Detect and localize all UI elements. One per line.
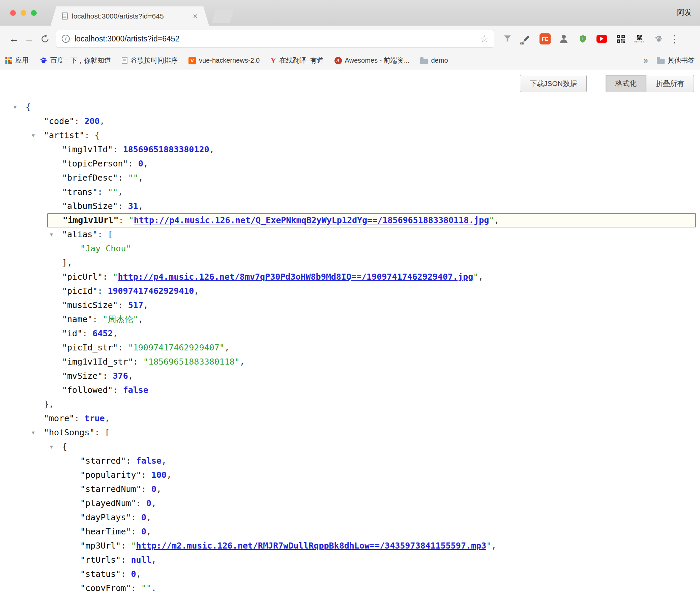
url-text[interactable]: localhost:3000/artists?id=6452	[75, 34, 480, 43]
json-token: 0	[141, 527, 146, 536]
profile-name[interactable]: 阿发	[677, 7, 692, 18]
format-button[interactable]: 格式化	[606, 75, 646, 92]
json-key: "mvSize"	[62, 371, 103, 381]
bookmark-star-icon[interactable]: ☆	[480, 33, 489, 44]
collapse-all-button[interactable]: 折叠所有	[646, 75, 694, 92]
player-extension-icon[interactable]: 聚 PLAYER	[634, 33, 645, 44]
json-key: "img1v1Url"	[63, 215, 119, 225]
close-window-button[interactable]	[10, 10, 16, 16]
json-key: "artist"	[44, 130, 84, 140]
shield-extension-icon[interactable]: t	[577, 33, 588, 44]
json-line: },	[0, 397, 700, 411]
json-key: "picId_str"	[62, 343, 118, 352]
page-favicon	[62, 12, 68, 20]
json-key: "hearTime"	[80, 527, 131, 536]
bookmark-google-sort[interactable]: 谷歌按时间排序	[122, 56, 178, 65]
bookmark-youdao[interactable]: Y 在线翻译_有道	[270, 56, 323, 65]
json-line: "musicSize": 517,	[0, 298, 700, 312]
json-key: "dayPlays"	[80, 512, 131, 522]
collapse-toggle-icon[interactable]: ▼	[32, 426, 35, 440]
bookmark-awesomes[interactable]: A Awesomes - 前端资...	[334, 56, 410, 65]
collapse-toggle-icon[interactable]: ▼	[50, 227, 53, 242]
baidu-paw-icon	[39, 57, 47, 64]
other-bookmarks-label: 其他书签	[668, 56, 695, 65]
apps-grid-icon	[5, 57, 12, 64]
bookmark-baidu[interactable]: 百度一下，你就知道	[39, 56, 111, 65]
site-info-icon[interactable]: i	[62, 35, 70, 43]
download-json-button[interactable]: 下载JSON数据	[520, 75, 587, 92]
json-token: :	[136, 498, 146, 508]
youdao-icon: Y	[270, 56, 276, 65]
funnel-extension-icon[interactable]	[502, 33, 513, 44]
json-key: "musicSize"	[62, 300, 118, 310]
json-token: : [	[95, 428, 110, 437]
json-token: :	[118, 300, 128, 310]
json-key: "name"	[62, 314, 92, 324]
json-token: :	[113, 385, 123, 395]
json-token: :	[82, 329, 92, 338]
json-token: "	[129, 215, 134, 225]
address-bar[interactable]: i localhost:3000/artists?id=6452 ☆	[56, 30, 494, 48]
tab-strip: localhost:3000/artists?id=645 × 阿发	[0, 0, 700, 26]
json-key: "starredNum"	[80, 484, 141, 494]
json-token: : {	[84, 130, 99, 140]
json-token: 19097417462929410	[108, 286, 194, 296]
json-line: "copyFrom": "",	[0, 581, 700, 591]
json-token: 18569651883380120	[123, 145, 209, 154]
json-line: "code": 200,	[0, 114, 700, 128]
json-line: "name": "周杰伦",	[0, 312, 700, 326]
person-extension-icon[interactable]	[558, 33, 570, 44]
json-token: ,	[143, 300, 148, 310]
collapse-toggle-icon[interactable]: ▼	[32, 128, 35, 143]
reload-icon	[40, 34, 50, 43]
browser-menu-icon[interactable]: ⋮	[669, 33, 679, 45]
fe-extension-icon[interactable]: FE	[539, 33, 551, 44]
json-token: :	[118, 201, 128, 211]
json-key: "popularity"	[80, 470, 141, 480]
bookmark-demo-folder[interactable]: demo	[420, 57, 448, 64]
maximize-window-button[interactable]	[31, 10, 37, 16]
qrcode-extension-icon[interactable]	[615, 33, 626, 44]
back-button[interactable]: ←	[6, 31, 22, 46]
translate-pen-extension-icon[interactable]: en	[521, 33, 532, 44]
json-token: :	[126, 456, 136, 466]
json-key: "albumSize"	[62, 201, 118, 211]
json-token: false	[136, 456, 162, 466]
minimize-window-button[interactable]	[21, 10, 26, 16]
other-bookmarks-folder[interactable]: 其他书签	[657, 56, 695, 65]
url-link[interactable]: http://p4.music.126.net/Q_ExePNkmqB2yWyL…	[134, 215, 489, 225]
player-glyph: 聚	[637, 35, 642, 40]
json-key: "hotSongs"	[44, 428, 95, 437]
url-link[interactable]: http://p4.music.126.net/8mv7qP30Pd3oHW8b…	[118, 272, 473, 282]
collapse-toggle-icon[interactable]: ▼	[13, 100, 17, 114]
bookmarks-overflow-icon[interactable]: »	[643, 56, 648, 65]
json-token: :	[97, 187, 108, 197]
bookmark-vue-hackernews[interactable]: V vue-hackernews-2.0	[188, 57, 260, 64]
json-token: :	[74, 116, 84, 126]
json-token: "	[489, 215, 494, 225]
tab-close-icon[interactable]: ×	[193, 12, 198, 20]
json-token: ,	[138, 173, 143, 183]
browser-tab[interactable]: localhost:3000/artists?id=645 ×	[51, 6, 209, 26]
json-token: ],	[62, 258, 72, 268]
paw-extension-icon[interactable]	[653, 33, 664, 44]
json-token: {	[62, 442, 67, 452]
json-line: "followed": false	[0, 383, 700, 397]
json-token: :	[118, 173, 128, 183]
json-line: ▼{	[0, 100, 700, 114]
reload-button[interactable]	[37, 31, 53, 46]
json-token: ,	[162, 456, 167, 466]
collapse-toggle-icon[interactable]: ▼	[50, 440, 53, 454]
json-token: :	[113, 145, 123, 154]
json-line: "more": true,	[0, 411, 700, 426]
new-tab-button[interactable]	[212, 9, 234, 23]
bookmark-apps[interactable]: 应用	[5, 56, 29, 65]
url-link[interactable]: http://m2.music.126.net/RMJR7wDullRqppBk…	[136, 541, 487, 551]
forward-button: →	[22, 31, 37, 46]
json-token: :	[121, 541, 131, 551]
json-token: :	[128, 159, 138, 168]
vue-icon: V	[188, 57, 196, 64]
youtube-extension-icon[interactable]	[596, 33, 607, 44]
json-token: {	[26, 102, 31, 112]
player-label: PLAYER	[634, 40, 644, 43]
